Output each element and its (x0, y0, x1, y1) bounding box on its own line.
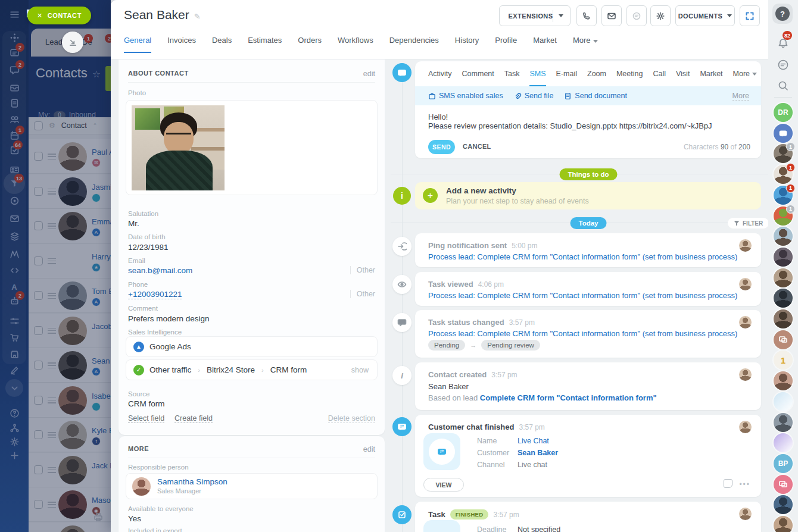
send-file-link[interactable]: Send file (514, 92, 554, 100)
chat-list-icon[interactable] (775, 57, 791, 73)
entry-link[interactable]: Process lead: Complete CRM form "Contact… (428, 291, 737, 300)
based-lead-link[interactable]: Complete CRM form "Contact information f… (480, 393, 657, 402)
sms-enabled-sales-link[interactable]: SMS enabled sales (428, 92, 503, 100)
tab-more[interactable]: More (733, 61, 757, 86)
timeline-entry-status-changed[interactable]: Task status changed3:57 pm Process lead:… (415, 310, 761, 358)
source-label: Source (128, 390, 149, 398)
phone-type[interactable]: Other (350, 290, 375, 298)
customer-link[interactable]: Sean Baker (518, 449, 558, 457)
search-icon[interactable] (775, 78, 791, 93)
edit-link[interactable]: edit (363, 70, 375, 78)
si-google-ads-row[interactable]: ▲ Google Ads (126, 336, 378, 357)
available-label: Available to everyone (128, 505, 194, 512)
cancel-button[interactable]: CANCEL (463, 143, 491, 150)
rail-avatar[interactable]: 1 (772, 184, 794, 206)
more-actions-icon[interactable]: ••• (739, 480, 750, 489)
tab-task[interactable]: Task (504, 61, 520, 86)
add-activity-banner[interactable]: + Add a new activity Plan your next step… (415, 182, 761, 209)
tab-dependencies[interactable]: Dependencies (389, 36, 439, 53)
documents-button[interactable]: DOCUMENTS (675, 5, 735, 26)
edit-link[interactable]: edit (363, 445, 375, 453)
livechat-link[interactable]: Live Chat (518, 437, 549, 445)
si-traffic-row[interactable]: ✓ Other traffic› Bitrix24 Store› CRM for… (126, 359, 378, 380)
tab-deals[interactable]: Deals (212, 36, 232, 53)
tab-visit[interactable]: Visit (676, 61, 690, 86)
tab-more[interactable]: More (573, 36, 598, 53)
rail-avatar[interactable] (772, 494, 794, 515)
responsible-person-card[interactable]: Samantha Simpson Sales Manager (126, 473, 378, 499)
select-field-link[interactable]: Select field (128, 414, 164, 423)
close-icon[interactable]: ✕ (37, 12, 43, 20)
rail-avatar[interactable] (772, 246, 794, 268)
tab-profile[interactable]: Profile (495, 36, 517, 53)
timeline-entry-chat-finished[interactable]: Customer chat finished3:57 pm ⇄ Name Liv… (415, 415, 761, 497)
rail-avatar[interactable] (772, 308, 794, 330)
tab-call[interactable]: Call (653, 61, 666, 86)
expand-button[interactable] (740, 5, 760, 26)
tab-sms[interactable]: SMS (529, 61, 545, 86)
phone-value[interactable]: +12003901221 (128, 290, 182, 299)
tab-general[interactable]: General (124, 36, 151, 53)
contact-photo[interactable] (132, 105, 225, 190)
collapse-slider-button[interactable] (62, 32, 83, 53)
tab-workflows[interactable]: Workflows (338, 36, 373, 53)
call-button[interactable] (576, 5, 597, 26)
timeline-entry-task[interactable]: TaskFINISHED3:57 pm Deadline Not specifi… (415, 502, 761, 532)
rail-avatar[interactable] (772, 432, 794, 453)
email-type[interactable]: Other (350, 266, 375, 274)
tab-market[interactable]: Market (533, 36, 557, 53)
rail-avatar[interactable]: 1 (772, 164, 794, 185)
rail-avatar[interactable] (772, 267, 794, 289)
rail-avatar[interactable] (772, 474, 794, 495)
create-field-link[interactable]: Create field (174, 414, 213, 423)
responsible-name[interactable]: Samantha Simpson (157, 477, 227, 486)
rail-avatar[interactable]: 1 (772, 349, 794, 371)
tab-activity[interactable]: Activity (428, 61, 452, 86)
extensions-button[interactable]: EXTENSIONS (499, 5, 571, 26)
entry-link[interactable]: Process lead: Complete CRM form "Contact… (428, 252, 737, 261)
timeline-filter-button[interactable]: FILTER (728, 218, 769, 229)
tab-invoices[interactable]: Invoices (167, 36, 196, 53)
help-button[interactable]: ? (772, 4, 793, 24)
contact-slider-pill[interactable]: ✕CONTACT (27, 7, 91, 24)
send-button[interactable]: SEND (428, 140, 455, 154)
rail-avatar[interactable] (772, 391, 794, 412)
rail-avatar[interactable]: DR (772, 102, 794, 123)
rail-avatar[interactable] (772, 287, 794, 309)
view-button[interactable]: VIEW (423, 478, 464, 492)
email-button[interactable] (601, 5, 622, 26)
channel-value: Live chat (518, 461, 547, 469)
rail-avatar[interactable]: BP (772, 453, 794, 474)
settings-gear-button[interactable] (650, 5, 671, 26)
email-value[interactable]: sean.b@mail.com (128, 266, 192, 275)
tab-orders[interactable]: Orders (298, 36, 322, 53)
rail-avatar[interactable] (772, 329, 794, 351)
timeline-entry-ping[interactable]: Ping notification sent5:00 pm Process le… (415, 233, 761, 267)
avatar (739, 368, 752, 381)
tab-market[interactable]: Market (700, 61, 722, 86)
entry-link[interactable]: Process lead: Complete CRM form "Contact… (428, 329, 737, 338)
rail-avatar[interactable] (772, 226, 794, 247)
send-document-link[interactable]: Send document (564, 92, 627, 100)
rail-avatar[interactable] (772, 412, 794, 433)
tab-history[interactable]: History (455, 36, 479, 53)
toolbar-more-link[interactable]: More (732, 92, 749, 101)
delete-section-link[interactable]: Delete section (328, 414, 375, 423)
tab-meeting[interactable]: Meeting (616, 61, 643, 86)
rail-avatar[interactable] (772, 370, 794, 392)
tab-zoom[interactable]: Zoom (587, 61, 606, 86)
rail-avatar[interactable] (772, 515, 794, 532)
rail-avatar[interactable]: 1 (772, 205, 794, 227)
timeline-entry-task-viewed[interactable]: Task viewed4:06 pm Process lead: Complet… (415, 272, 761, 306)
rail-avatar[interactable]: 1 (772, 143, 794, 164)
show-link[interactable]: show (351, 366, 369, 374)
note-icon[interactable] (724, 479, 732, 488)
edit-title-icon[interactable]: ✎ (194, 12, 201, 21)
timeline-entry-contact-created[interactable]: Contact created3:57 pm Sean Baker Based … (415, 362, 761, 410)
avatar (132, 477, 151, 496)
tab-estimates[interactable]: Estimates (248, 36, 282, 53)
rail-avatar[interactable] (772, 123, 794, 144)
sms-message-text[interactable]: Hello!Please review presentation details… (428, 112, 712, 130)
tab-email[interactable]: E-mail (556, 61, 577, 86)
tab-comment[interactable]: Comment (462, 61, 494, 86)
